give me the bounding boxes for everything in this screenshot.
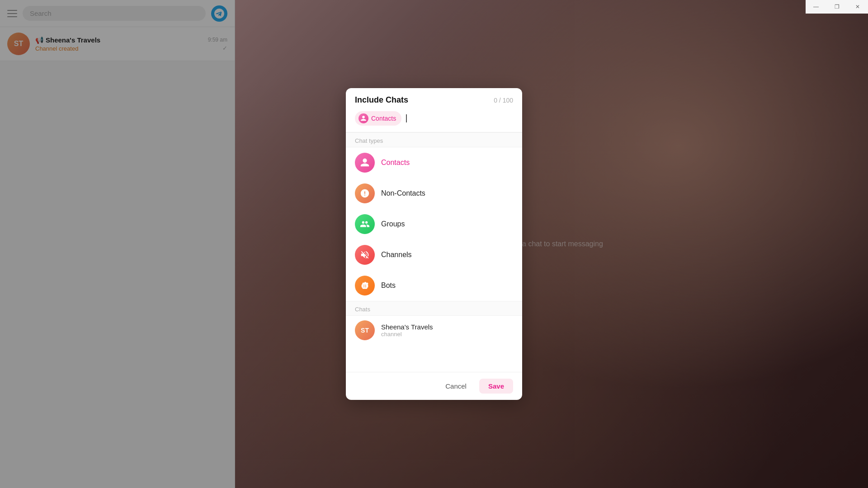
modal-overlay: Include Chats 0 / 100 Contacts Chat type… <box>0 0 868 488</box>
bots-label: Bots <box>381 282 396 290</box>
chat-list-sub: channel <box>381 331 513 338</box>
chats-section-header: Chats <box>346 301 522 316</box>
chat-list-item-sheenas-travels[interactable]: ST Sheena's Travels channel <box>346 316 522 345</box>
list-item-channels[interactable]: Channels <box>346 239 522 270</box>
chat-types-section-header: Chat types <box>346 132 522 147</box>
chat-list-info: Sheena's Travels channel <box>381 323 513 338</box>
restore-button[interactable]: ❐ <box>826 0 847 14</box>
groups-label: Groups <box>381 220 405 228</box>
list-item-non-contacts[interactable]: Non-Contacts <box>346 178 522 209</box>
contacts-icon <box>355 153 375 173</box>
channels-label: Channels <box>381 251 412 259</box>
dialog-count: 0 / 100 <box>494 97 513 104</box>
cancel-button[interactable]: Cancel <box>438 379 474 394</box>
non-contacts-label: Non-Contacts <box>381 189 425 197</box>
search-input-area[interactable]: Contacts <box>355 110 513 127</box>
dialog-title-row: Include Chats 0 / 100 <box>355 95 513 105</box>
chat-list-name: Sheena's Travels <box>381 323 513 331</box>
list-item-bots[interactable]: Bots <box>346 270 522 301</box>
save-button[interactable]: Save <box>479 379 513 394</box>
window-controls: — ❐ ✕ <box>806 0 868 14</box>
text-cursor <box>406 114 407 122</box>
channels-icon <box>355 245 375 265</box>
minimize-button[interactable]: — <box>806 0 826 14</box>
tag-chip-icon <box>359 113 368 123</box>
include-chats-dialog: Include Chats 0 / 100 Contacts Chat type… <box>346 88 522 400</box>
contacts-label: Contacts <box>381 159 410 167</box>
bots-icon <box>355 276 375 296</box>
window-close-button[interactable]: ✕ <box>847 0 868 14</box>
chat-list-avatar: ST <box>355 320 375 340</box>
dialog-title: Include Chats <box>355 95 408 105</box>
dialog-footer: Cancel Save <box>346 372 522 400</box>
list-item-groups[interactable]: Groups <box>346 209 522 239</box>
list-item-contacts[interactable]: Contacts <box>346 147 522 178</box>
non-contacts-icon <box>355 183 375 203</box>
contacts-tag-chip[interactable]: Contacts <box>355 111 401 126</box>
groups-icon <box>355 214 375 234</box>
dialog-search-area: Include Chats 0 / 100 Contacts <box>346 88 522 132</box>
tag-chip-label: Contacts <box>371 115 396 122</box>
